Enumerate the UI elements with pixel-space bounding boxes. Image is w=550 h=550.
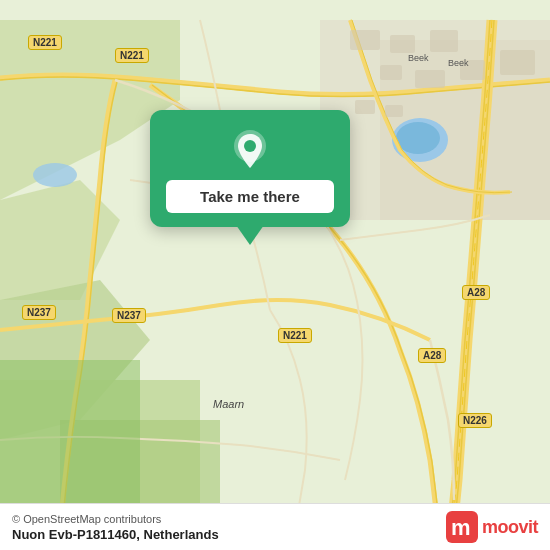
svg-rect-19 — [355, 100, 375, 114]
take-me-there-button[interactable]: Take me there — [166, 180, 334, 213]
svg-rect-15 — [380, 65, 402, 80]
moovit-text: moovit — [482, 517, 538, 538]
bottom-bar: © OpenStreetMap contributors Nuon Evb-P1… — [0, 503, 550, 550]
road-label-a28-top: A28 — [462, 285, 490, 300]
moovit-icon: m — [446, 511, 478, 543]
place-label-beek1: Beek — [408, 53, 429, 63]
place-label-maarn: Maarn — [213, 398, 244, 410]
road-label-n237-mid: N237 — [112, 308, 146, 323]
copyright-text: © OpenStreetMap contributors — [12, 513, 219, 525]
svg-text:m: m — [451, 515, 471, 540]
svg-point-9 — [396, 122, 440, 154]
svg-rect-13 — [390, 35, 415, 53]
svg-rect-20 — [385, 105, 403, 117]
svg-rect-18 — [500, 50, 535, 75]
road-label-n221-top: N221 — [28, 35, 62, 50]
location-pin-icon — [228, 128, 272, 172]
road-label-n237-left: N237 — [22, 305, 56, 320]
svg-rect-12 — [350, 30, 380, 50]
bottom-left: © OpenStreetMap contributors Nuon Evb-P1… — [12, 513, 219, 542]
svg-point-22 — [244, 140, 256, 152]
location-title: Nuon Evb-P1811460, Netherlands — [12, 527, 219, 542]
place-label-beek2: Beek — [448, 58, 469, 68]
moovit-logo: m moovit — [446, 511, 538, 543]
road-label-n226: N226 — [458, 413, 492, 428]
map-container: N221 N221 N237 N237 N221 A28 A28 N226 Ma… — [0, 0, 550, 550]
road-label-n221-mid: N221 — [115, 48, 149, 63]
road-label-a28-mid: A28 — [418, 348, 446, 363]
svg-rect-16 — [415, 70, 445, 88]
map-background — [0, 0, 550, 550]
svg-point-10 — [33, 163, 77, 187]
popup-card: Take me there — [150, 110, 350, 227]
road-label-n221-bottom: N221 — [278, 328, 312, 343]
svg-rect-14 — [430, 30, 458, 52]
